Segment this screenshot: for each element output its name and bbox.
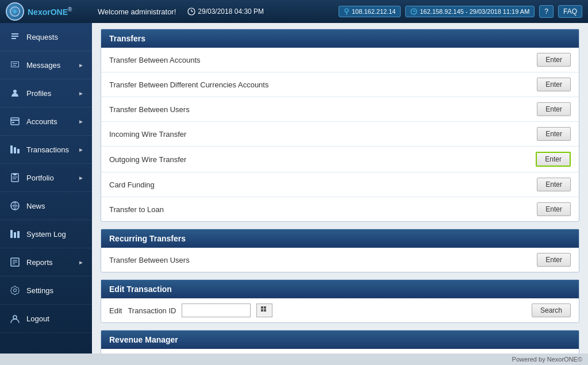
search-button[interactable]: Search <box>532 303 571 317</box>
svg-point-28 <box>13 316 17 319</box>
clock2-icon <box>410 8 417 15</box>
svg-rect-29 <box>261 306 263 309</box>
profiles-arrow: ► <box>78 90 84 97</box>
enter-button[interactable]: Enter <box>537 78 571 91</box>
sidebar-item-profiles[interactable]: Profiles ► <box>0 79 92 107</box>
transfers-body: Transfer Between Accounts Enter Transfer… <box>101 48 579 221</box>
grid-icon <box>260 306 268 314</box>
transfers-section: Transfers Transfer Between Accounts Ente… <box>101 29 579 222</box>
svg-rect-23 <box>17 231 20 238</box>
logo-icon <box>6 2 24 21</box>
sidebar-item-messages[interactable]: Messages ► <box>0 51 92 79</box>
sidebar-label-accounts: Accounts <box>26 117 78 126</box>
sidebar-label-profiles: Profiles <box>26 89 78 98</box>
main-layout: Requests Messages ► Profiles ► Accounts … <box>0 23 588 354</box>
enter-button[interactable]: Enter <box>537 53 571 67</box>
svg-rect-21 <box>10 230 13 238</box>
svg-point-4 <box>345 9 348 12</box>
transactions-icon <box>8 143 22 156</box>
logo-svg <box>9 6 21 17</box>
transactions-arrow: ► <box>78 147 84 153</box>
sidebar: Requests Messages ► Profiles ► Accounts … <box>0 23 92 354</box>
outgoing-wire-enter-button[interactable]: Enter <box>536 152 571 167</box>
pin-icon <box>344 8 349 15</box>
sidebar-label-logout: Logout <box>26 314 84 323</box>
system-log-icon <box>8 227 22 241</box>
edit-transaction-section: Edit Transaction Edit Transaction ID Sea… <box>101 279 579 323</box>
table-row: Card Funding Enter <box>101 172 579 197</box>
transaction-id-input[interactable] <box>182 303 251 317</box>
row-label: Incoming Wire Transfer <box>109 130 537 139</box>
enter-button[interactable]: Enter <box>537 127 571 141</box>
transfers-header: Transfers <box>101 29 579 48</box>
revenue-manager-section: Revenue Manager Deduct from Revenue Acco… <box>101 330 579 354</box>
sidebar-label-reports: Reports <box>26 258 78 267</box>
svg-rect-30 <box>264 306 266 309</box>
table-row: Deduct from Revenue Account Enter <box>101 349 579 354</box>
recurring-header: Recurring Transfers <box>101 229 579 248</box>
svg-rect-13 <box>14 147 16 153</box>
revenue-body: Deduct from Revenue Account Enter <box>101 349 579 354</box>
sidebar-item-logout[interactable]: Logout <box>0 305 92 333</box>
accounts-icon <box>8 114 22 128</box>
row-label: Transfer Between Different Currencies Ac… <box>109 80 537 89</box>
svg-rect-9 <box>11 118 19 125</box>
header-right: 108.162.212.14 162.158.92.145 - 29/03/20… <box>339 5 582 18</box>
transaction-id-icon-button[interactable] <box>256 303 272 317</box>
svg-rect-10 <box>11 120 19 121</box>
settings-icon <box>8 283 22 297</box>
edit-transaction-title: Edit Transaction <box>109 285 172 294</box>
sidebar-item-news[interactable]: News <box>0 192 92 220</box>
logout-icon <box>8 312 22 325</box>
row-label: Transfer to Loan <box>109 205 537 214</box>
recurring-section: Recurring Transfers Transfer Between Use… <box>101 229 579 272</box>
reports-arrow: ► <box>78 259 84 266</box>
footer-text: Powered by NexorONE© <box>512 356 582 363</box>
enter-button[interactable]: Enter <box>537 102 571 116</box>
header: NexorONE® Welcome administrator! 29/03/2… <box>0 0 588 23</box>
row-label: Transfer Between Users <box>109 256 537 264</box>
sidebar-item-reports[interactable]: Reports ► <box>0 248 92 276</box>
table-row: Transfer Between Accounts Enter <box>101 48 579 72</box>
transfers-title: Transfers <box>109 34 145 43</box>
portfolio-arrow: ► <box>78 175 84 181</box>
sidebar-label-settings: Settings <box>26 286 84 295</box>
enter-button[interactable]: Enter <box>537 178 571 191</box>
sidebar-item-accounts[interactable]: Accounts ► <box>0 107 92 136</box>
messages-arrow: ► <box>78 62 84 68</box>
revenue-title: Revenue Manager <box>109 335 178 344</box>
enter-button[interactable]: Enter <box>537 202 571 216</box>
recurring-body: Transfer Between Users Enter <box>101 248 579 272</box>
ip2-badge: 162.158.92.145 - 29/03/2018 11:19 AM <box>405 6 535 17</box>
ip1-badge: 108.162.212.14 <box>339 6 401 17</box>
faq-button[interactable]: FAQ <box>558 5 582 18</box>
transaction-id-label: Transaction ID <box>128 306 176 315</box>
svg-rect-32 <box>264 309 266 312</box>
row-label: Transfer Between Users <box>109 105 537 114</box>
help-button[interactable]: ? <box>539 5 554 18</box>
accounts-arrow: ► <box>78 118 84 125</box>
svg-rect-14 <box>17 149 20 153</box>
table-row: Transfer to Loan Enter <box>101 197 579 221</box>
enter-button[interactable]: Enter <box>537 253 571 267</box>
recurring-title: Recurring Transfers <box>109 234 186 243</box>
sidebar-item-portfolio[interactable]: Portfolio ► <box>0 164 92 192</box>
svg-rect-22 <box>14 232 16 238</box>
sidebar-label-portfolio: Portfolio <box>26 174 78 182</box>
sidebar-item-system-log[interactable]: System Log <box>0 220 92 248</box>
row-label: Card Funding <box>109 180 537 189</box>
sidebar-item-requests[interactable]: Requests <box>0 23 92 51</box>
table-row: Outgoing Wire Transfer Enter <box>101 147 579 172</box>
sidebar-item-settings[interactable]: Settings <box>0 276 92 305</box>
news-icon <box>8 199 22 213</box>
svg-rect-16 <box>13 174 17 175</box>
sidebar-label-system-log: System Log <box>26 230 84 239</box>
portfolio-icon <box>8 171 22 185</box>
revenue-header: Revenue Manager <box>101 331 579 349</box>
sidebar-label-messages: Messages <box>26 61 78 70</box>
requests-icon <box>8 30 22 44</box>
logo-text: NexorONE® <box>28 6 72 17</box>
svg-rect-31 <box>261 309 263 312</box>
sidebar-item-transactions[interactable]: Transactions ► <box>0 136 92 164</box>
svg-point-8 <box>13 90 17 93</box>
